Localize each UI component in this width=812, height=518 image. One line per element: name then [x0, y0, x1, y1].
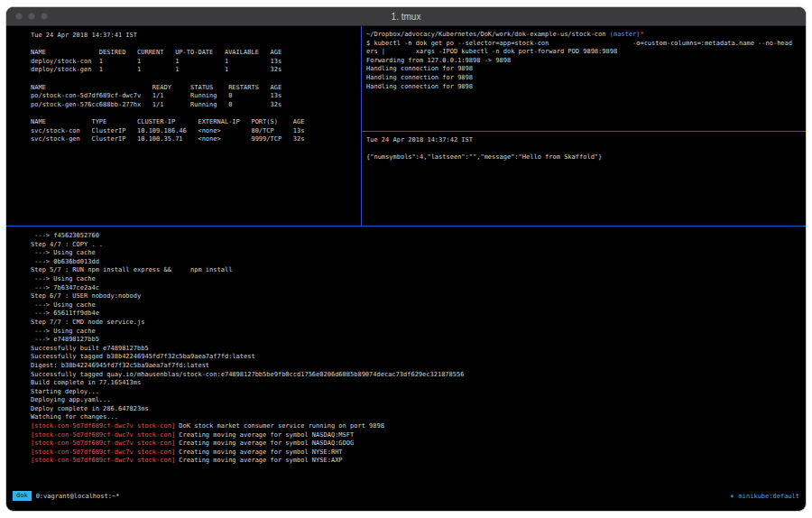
close-button[interactable] [15, 13, 23, 20]
active-window-label[interactable]: 0:vagrant@localhost:~* [36, 493, 120, 500]
pane-skaffold-log[interactable]: ---> f45623052760Step 4/7 : COPY . . ---… [6, 227, 806, 490]
terminal-line: deploy/stock-gen 1 1 1 1 32s [31, 66, 357, 75]
terminal-line: ---> Using cache [31, 301, 802, 310]
terminal-line: Digest: b38b42246945fd7f32c5ba9aea7af7fd… [31, 362, 802, 371]
terminal-line: Forwarding from 127.0.0.1:9898 -> 9898 [366, 57, 802, 66]
terminal-line: Step 5/7 : RUN npm install express && np… [31, 266, 802, 275]
terminal-line: ---> Using cache [31, 328, 802, 337]
terminal-line: po/stock-con-5d7df689cf-dwc7v 1/1 Runnin… [31, 92, 357, 101]
session-name-badge[interactable]: dok [13, 491, 32, 501]
terminal-line: NAME DESIRED CURRENT UP-TO-DATE AVAILABL… [31, 49, 357, 58]
terminal-line: {"numsymbols":4,"lastseen":"","message":… [366, 153, 802, 162]
terminal-line [31, 41, 357, 50]
terminal-line: deploy/stock-con 1 1 1 1 13s [31, 58, 357, 67]
terminal-line: Deploying app.yaml... [31, 396, 802, 405]
terminal-line: svc/stock-gen ClusterIP 10.100.35.71 <no… [31, 135, 357, 144]
kubernetes-helm-icon: ⎈ [730, 493, 734, 500]
terminal-line: Step 7/7 : CMD node service.js [31, 319, 802, 328]
terminal-line: [stock-con-5d7df689cf-dwc7v stock-con] C… [31, 431, 802, 440]
terminal-line: Handling connection for 9898 [366, 74, 802, 83]
terminal-line: [stock-con-5d7df689cf-dwc7v stock-con] C… [31, 439, 802, 449]
terminal-line: ---> f45623052760 [31, 232, 802, 241]
pane-service-response[interactable]: Tue 24 Apr 2018 14:37:42 IST{"numsymbols… [362, 132, 806, 226]
terminal-line: ---> 7b6347ce2a4c [31, 284, 802, 293]
tmux-top-row: Tue 24 Apr 2018 14:37:41 ISTNAME DESIRED… [6, 26, 806, 227]
terminal-line: ---> Using cache [31, 249, 802, 258]
terminal-line: Handling connection for 9898 [366, 65, 802, 74]
terminal-line: Step 6/7 : USER nobody:nobody [31, 292, 802, 301]
terminal-line: Handling connection for 9898 [366, 83, 802, 92]
tmux-terminal: Tue 24 Apr 2018 14:37:41 ISTNAME DESIRED… [6, 26, 806, 490]
terminal-line: Successfully tagged b38b42246945fd7f32c5… [31, 353, 802, 362]
terminal-line: NAME READY STATUS RESTARTS AGE [31, 84, 357, 93]
terminal-line: ---> 65611ff9db4e [31, 310, 802, 319]
terminal-line: ---> e74898127bb5 [31, 336, 802, 345]
terminal-window: 1. tmux Tue 24 Apr 2018 14:37:41 ISTNAME… [5, 6, 807, 512]
terminal-line: [stock-con-5d7df689cf-dwc7v stock-con] D… [31, 422, 802, 431]
terminal-line: Build complete in 77.165413ms [31, 379, 802, 388]
terminal-line [31, 75, 357, 84]
terminal-line [31, 109, 357, 118]
terminal-line: po/stock-gen-576cc688bb-277hx 1/1 Runnin… [31, 101, 357, 110]
minimize-button[interactable] [28, 13, 35, 20]
tmux-status-bar: dok 0:vagrant@localhost:~* ⎈ minikube:de… [6, 490, 806, 502]
terminal-line: ---> 0b636bd013dd [31, 258, 802, 267]
terminal-line: Watching for changes... [31, 413, 802, 422]
terminal-line: Starting deploy... [31, 388, 802, 397]
terminal-line: ers | xargs -IPOD kubectl -n dok port-fo… [366, 48, 802, 57]
terminal-line: Step 4/7 : COPY . . [31, 241, 802, 250]
terminal-line: NAME TYPE CLUSTER-IP EXTERNAL-IP PORT(S)… [31, 118, 357, 127]
pane-kubectl-watch[interactable]: Tue 24 Apr 2018 14:37:41 ISTNAME DESIRED… [6, 26, 362, 226]
window-titlebar[interactable]: 1. tmux [6, 7, 806, 26]
terminal-line [366, 145, 802, 154]
terminal-line: ~/Dropbox/advocacy/Kubernetes/DoK/work/d… [366, 31, 802, 40]
terminal-line: Deploy complete in 286.647823ms [31, 405, 802, 414]
tmux-right-column: ~/Dropbox/advocacy/Kubernetes/DoK/work/d… [362, 26, 806, 226]
terminal-line: $ kubectl -n dok get po --selector=app=s… [366, 40, 802, 49]
traffic-lights [15, 7, 48, 25]
zoom-button[interactable] [41, 13, 48, 20]
window-title: 1. tmux [392, 12, 421, 22]
pane-port-forward[interactable]: ~/Dropbox/advocacy/Kubernetes/DoK/work/d… [362, 26, 806, 132]
terminal-line: Tue 24 Apr 2018 14:37:41 IST [31, 32, 357, 41]
terminal-line: [stock-con-5d7df689cf-dwc7v stock-con] C… [31, 457, 802, 466]
terminal-line: ---> Using cache [31, 275, 802, 284]
terminal-line: [stock-con-5d7df689cf-dwc7v stock-con] C… [31, 449, 802, 458]
terminal-line: Successfully tagged quay.io/mhausenblas/… [31, 371, 802, 380]
kube-context-label: minikube:default [739, 493, 799, 500]
terminal-line: Successfully built e74898127bb5 [31, 345, 802, 354]
terminal-line: Tue 24 Apr 2018 14:37:42 IST [366, 136, 802, 145]
terminal-line: svc/stock-con ClusterIP 10.109.186.46 <n… [31, 127, 357, 136]
